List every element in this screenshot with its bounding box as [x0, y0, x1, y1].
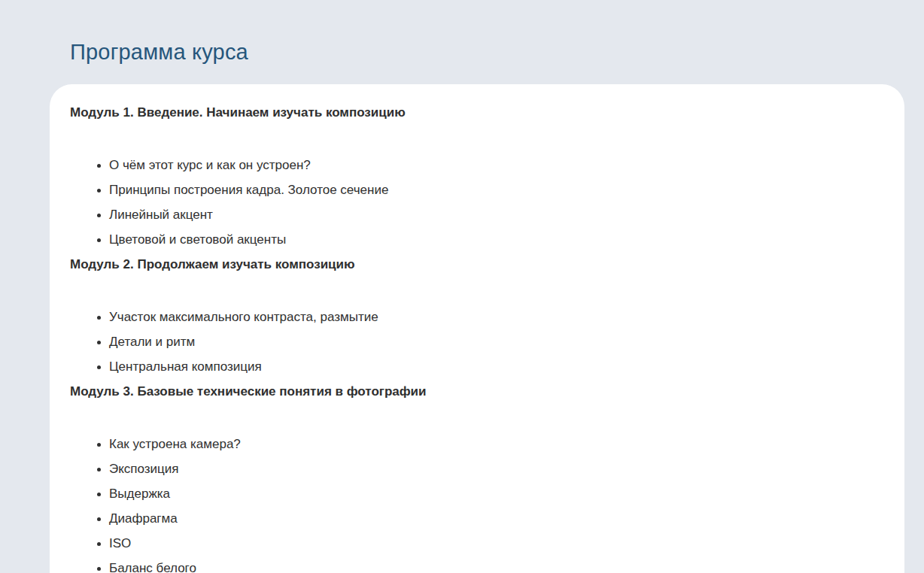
- module-1-heading: Модуль 1. Введение. Начинаем изучать ком…: [70, 100, 874, 125]
- list-item: Диафрагма: [109, 506, 874, 531]
- module-2-list: Участок максимального контраста, размыти…: [70, 305, 874, 379]
- page-title: Программа курса: [70, 38, 924, 66]
- list-item: Принципы построения кадра. Золотое сечен…: [109, 177, 874, 202]
- module-3-heading: Модуль 3. Базовые технические понятия в …: [70, 379, 874, 404]
- list-item: Как устроена камера?: [109, 432, 874, 456]
- course-program-card: Модуль 1. Введение. Начинаем изучать ком…: [50, 84, 904, 573]
- list-item: Центральная композиция: [109, 354, 874, 379]
- module-section-3: Модуль 3. Базовые технические понятия в …: [70, 379, 874, 573]
- list-item: Выдержка: [109, 481, 874, 506]
- list-item: О чём этот курс и как он устроен?: [109, 153, 874, 177]
- module-section-2: Модуль 2. Продолжаем изучать композицию …: [70, 252, 874, 379]
- course-program-page: Программа курса Модуль 1. Введение. Начи…: [0, 0, 924, 573]
- module-section-1: Модуль 1. Введение. Начинаем изучать ком…: [70, 100, 874, 252]
- list-item: Цветовой и световой акценты: [109, 227, 874, 252]
- module-1-list: О чём этот курс и как он устроен? Принци…: [70, 153, 874, 252]
- list-item: Детали и ритм: [109, 329, 874, 354]
- list-item: Экспозиция: [109, 456, 874, 481]
- list-item: Участок максимального контраста, размыти…: [109, 305, 874, 329]
- list-item: Линейный акцент: [109, 202, 874, 227]
- module-2-heading: Модуль 2. Продолжаем изучать композицию: [70, 252, 874, 277]
- module-3-list: Как устроена камера? Экспозиция Выдержка…: [70, 432, 874, 573]
- list-item: ISO: [109, 531, 874, 556]
- list-item: Баланс белого: [109, 556, 874, 573]
